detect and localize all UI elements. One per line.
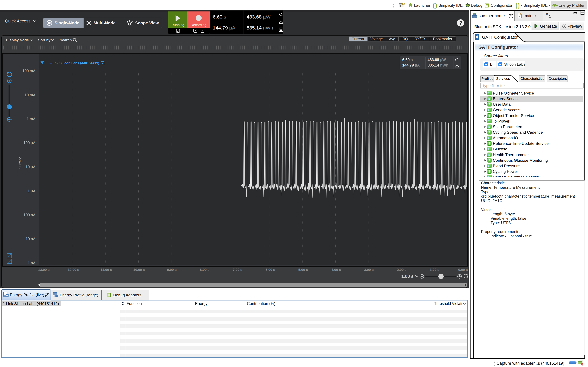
- svg-text:.c: .c: [519, 15, 520, 17]
